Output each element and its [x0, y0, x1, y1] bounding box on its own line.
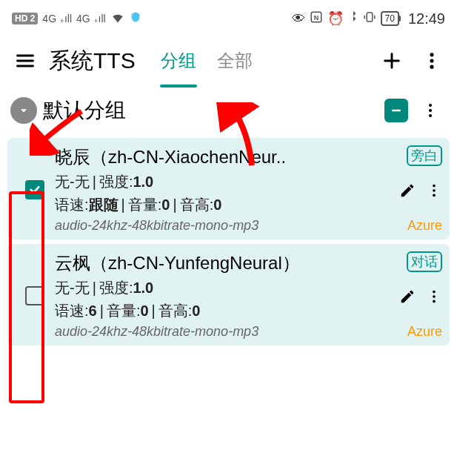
- tab-all[interactable]: 全部: [214, 43, 256, 79]
- eye-icon: 👁: [292, 11, 305, 27]
- signal-4g-1: 4G ₊ıll: [42, 13, 72, 24]
- tabs: 分组 全部: [158, 43, 368, 79]
- pencil-icon: [399, 288, 416, 305]
- svg-point-7: [430, 65, 433, 69]
- signal-4g-2: 4G ₊ıll: [76, 13, 106, 24]
- plus-icon: [381, 50, 402, 71]
- role-badge: 对话: [407, 251, 442, 272]
- svg-point-12: [433, 185, 436, 188]
- svg-point-9: [429, 104, 432, 107]
- vibrate-icon: [363, 10, 376, 27]
- edit-button[interactable]: [399, 288, 416, 308]
- clock-time: 12:49: [408, 10, 445, 27]
- voice-params-1: 无-无|强度:1.0: [55, 172, 398, 192]
- hd-badge: HD 2: [12, 13, 38, 24]
- voice-title: 云枫（zh-CN-YunfengNeural）: [55, 251, 398, 275]
- app-bar: 系统TTS 分组 全部: [0, 37, 457, 85]
- svg-point-16: [433, 295, 436, 298]
- hamburger-icon: [15, 50, 36, 71]
- edit-button[interactable]: [399, 182, 416, 202]
- voice-params-2: 语速:6|音量:0|音高:0: [55, 301, 398, 321]
- svg-point-14: [433, 194, 436, 197]
- role-badge: 旁白: [407, 145, 442, 166]
- svg-text:N: N: [313, 13, 318, 21]
- minus-icon: [389, 103, 404, 118]
- svg-point-11: [429, 114, 432, 117]
- tts-card[interactable]: 云枫（zh-CN-YunfengNeural） 无-无|强度:1.0 语速:6|…: [7, 244, 450, 346]
- nfc-icon: N: [310, 10, 323, 27]
- wifi-icon: [110, 10, 125, 28]
- svg-point-5: [430, 53, 433, 56]
- svg-point-10: [429, 109, 432, 112]
- battery-icon: 70: [381, 11, 399, 26]
- alarm-icon: ⏰: [327, 10, 344, 27]
- svg-point-13: [433, 189, 436, 192]
- more-vert-icon: [421, 102, 439, 119]
- svg-rect-2: [367, 13, 373, 22]
- svg-point-6: [430, 59, 433, 62]
- provider-badge: Azure: [407, 218, 442, 234]
- audio-format: audio-24khz-48kbitrate-mono-mp3: [55, 218, 398, 234]
- card-checkbox-unchecked[interactable]: [25, 286, 44, 305]
- card-checkbox-checked[interactable]: [25, 180, 44, 199]
- voice-params-2: 语速:跟随|音量:0|音高:0: [55, 195, 398, 215]
- group-deselect-button[interactable]: [384, 99, 408, 122]
- app-more-button[interactable]: [416, 44, 448, 77]
- svg-point-15: [433, 291, 436, 294]
- chevron-down-icon: [16, 103, 31, 118]
- svg-rect-8: [392, 110, 401, 112]
- group-expand-button[interactable]: [10, 97, 37, 124]
- status-bar: HD 2 4G ₊ıll 4G ₊ıll 👁 N ⏰ 70 12:49: [0, 0, 457, 37]
- group-title: 默认分组: [43, 96, 378, 125]
- more-vert-icon: [426, 288, 442, 305]
- tab-groups[interactable]: 分组: [158, 43, 199, 79]
- add-button[interactable]: [376, 44, 408, 77]
- audio-format: audio-24khz-48kbitrate-mono-mp3: [55, 324, 398, 340]
- more-vert-icon: [426, 182, 442, 199]
- voice-title: 晓辰（zh-CN-XiaochenNeur..: [55, 145, 398, 169]
- app-title: 系统TTS: [49, 46, 136, 76]
- svg-point-17: [433, 300, 436, 303]
- group-more-button[interactable]: [414, 102, 447, 119]
- pencil-icon: [399, 182, 416, 199]
- card-more-button[interactable]: [426, 288, 442, 308]
- menu-button[interactable]: [9, 44, 41, 77]
- group-header: 默认分组: [0, 85, 457, 133]
- bluetooth-icon: [348, 10, 358, 27]
- tts-card[interactable]: 晓辰（zh-CN-XiaochenNeur.. 无-无|强度:1.0 语速:跟随…: [7, 138, 450, 239]
- shield-icon: [130, 11, 141, 27]
- provider-badge: Azure: [407, 324, 442, 340]
- check-icon: [28, 183, 41, 196]
- card-more-button[interactable]: [426, 182, 442, 202]
- voice-params-1: 无-无|强度:1.0: [55, 278, 398, 298]
- more-vert-icon: [421, 50, 442, 71]
